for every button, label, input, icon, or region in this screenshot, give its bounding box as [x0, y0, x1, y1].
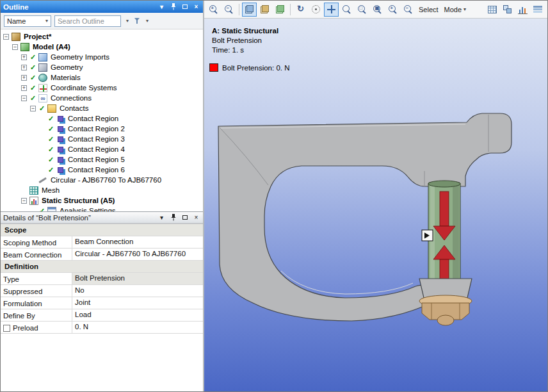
tree-expander[interactable]: − [30, 106, 36, 111]
tree-item-contact-region-6[interactable]: ✓ Contact Region 6 [1, 165, 203, 175]
look-at-face-button[interactable] [257, 3, 272, 17]
close-icon[interactable]: × [192, 213, 200, 222]
property-label: Suppressed [3, 288, 42, 295]
property-value[interactable]: Joint [72, 297, 203, 309]
property-value[interactable]: 0. N [72, 322, 203, 333]
tree-item-label: Contact Region [67, 115, 120, 122]
left-pane: Outline ▾ × Name ▾ ▾ ▾ − Project* − [1, 1, 204, 391]
coordinate-systems-icon [38, 84, 47, 92]
layers-button[interactable] [531, 3, 545, 17]
tree-item-contact-region-3[interactable]: ✓ Contact Region 3 [1, 134, 203, 144]
zoom-to-fit-button[interactable]: ▣ [370, 3, 385, 17]
name-filter-combo[interactable]: Name ▾ [4, 15, 51, 27]
tree-item-contacts[interactable]: − ✓ Contacts [1, 103, 203, 113]
toolbar-separator [239, 4, 239, 15]
tree-item-contact-region-4[interactable]: ✓ Contact Region 4 [1, 144, 203, 154]
analysis-settings-icon [47, 207, 56, 212]
tree-expander[interactable]: + [21, 75, 27, 81]
property-value[interactable]: Circular - AJB67760 To AJB67760 [72, 249, 203, 260]
close-icon[interactable]: × [192, 3, 200, 11]
zoom-icon [342, 4, 351, 14]
status-check-icon: ✓ [38, 104, 45, 113]
tree-expander[interactable]: − [3, 34, 9, 40]
property-label: Formulation [3, 300, 42, 307]
orbit-button[interactable] [309, 3, 323, 17]
search-dropdown-icon[interactable]: ▾ [124, 18, 131, 24]
show-vertices-button[interactable] [500, 3, 515, 17]
tree-item-label: Geometry [49, 63, 85, 71]
property-value[interactable]: Load [72, 309, 203, 321]
zoom-in-icon: + [209, 4, 218, 14]
tree-item-contact-region[interactable]: ✓ Contact Region [1, 113, 203, 124]
zoom-out-button[interactable]: − [222, 3, 236, 17]
tree-item-project[interactable]: − Project* [1, 31, 203, 42]
chevron-down-icon: ▾ [45, 18, 48, 24]
tree-item-label: Contacts [58, 104, 90, 112]
property-value[interactable]: No [72, 285, 203, 297]
tree-item-label: Contact Region 6 [67, 166, 126, 174]
nut[interactable] [419, 295, 472, 325]
look-at-face-icon [260, 4, 270, 14]
zoom-button[interactable] [339, 3, 354, 17]
contacts-folder-icon [47, 104, 56, 113]
pin-icon[interactable] [169, 213, 177, 222]
tree-item-geometry-imports[interactable]: + ✓ Geometry Imports [1, 52, 203, 62]
panel-menu-icon[interactable]: ▾ [157, 213, 166, 222]
property-checkbox[interactable] [3, 325, 10, 332]
tree-expander[interactable]: − [21, 198, 27, 204]
graphics-viewport[interactable]: A: Static Structural Bolt Pretension Tim… [204, 19, 547, 391]
contact-region-icon [58, 116, 63, 122]
tree-item-model-a4[interactable]: − Model (A4) [1, 42, 203, 52]
tree-expander[interactable]: + [21, 85, 27, 91]
chart-view-button[interactable] [515, 3, 530, 17]
zoom-in-button[interactable]: + [206, 3, 221, 17]
float-icon[interactable] [181, 213, 189, 222]
box-zoom-button[interactable]: □ [355, 3, 369, 17]
static-structural-icon [29, 197, 38, 205]
tree-item-materials[interactable]: + ✓ Materials [1, 72, 203, 83]
filter-icon[interactable] [134, 17, 141, 25]
status-check-icon: ✓ [47, 166, 54, 174]
tree-expander[interactable]: − [21, 95, 27, 101]
mode-button[interactable]: Mode ▾ [442, 3, 469, 17]
tree-expander[interactable]: + [21, 54, 27, 60]
float-icon[interactable] [181, 3, 189, 11]
contact-region-icon [58, 126, 63, 132]
tree-item-connections[interactable]: − ✓ Connections [1, 93, 203, 103]
contact-region-icon [58, 147, 63, 152]
tree-item-label: Contact Region 4 [67, 145, 126, 153]
tree-item-coordinate-systems[interactable]: + ✓ Coordinate Systems [1, 83, 203, 93]
iso-view-button[interactable] [242, 3, 257, 17]
display-model-button[interactable] [273, 3, 287, 17]
filter-dropdown-icon[interactable]: ▾ [144, 18, 150, 24]
magnify-in-button[interactable]: + [385, 3, 400, 17]
tree-expander[interactable]: − [12, 44, 18, 50]
viewports-button[interactable] [485, 3, 499, 17]
tree-item-contact-region-2[interactable]: ✓ Contact Region 2 [1, 124, 203, 134]
tree-item-geometry[interactable]: + ✓ Geometry [1, 62, 203, 72]
property-label: Define By [3, 312, 35, 320]
details-section[interactable]: Scope [1, 224, 203, 236]
right-pane: + − ↻ □ ▣ + − Select [204, 1, 547, 391]
tree-item-contact-region-5[interactable]: ✓ Contact Region 5 [1, 154, 203, 165]
tree-item-mesh[interactable]: Mesh [1, 185, 203, 195]
panel-menu-icon[interactable]: ▾ [157, 3, 166, 11]
pan-button[interactable] [324, 3, 339, 17]
tree-item-static-structural-a5[interactable]: − Static Structural (A5) [1, 195, 203, 206]
search-input[interactable] [54, 15, 121, 27]
pin-icon[interactable] [169, 3, 177, 11]
tree-expander[interactable]: + [21, 65, 27, 70]
magnify-out-icon: − [403, 4, 413, 14]
rotate-button[interactable]: ↻ [293, 3, 308, 17]
select-button[interactable]: Select [416, 3, 441, 17]
tree-item-analysis-settings[interactable]: ✓ Analysis Settings [1, 206, 203, 211]
details-section[interactable]: Definition [1, 261, 203, 273]
details-title: Details of “Bolt Pretension” [3, 214, 154, 222]
geometry-imports-icon [38, 53, 47, 61]
magnify-out-button[interactable]: − [401, 3, 415, 17]
property-value[interactable]: Bolt Pretension [72, 273, 203, 284]
pretension-marker [422, 230, 433, 241]
3d-geometry[interactable] [204, 19, 547, 391]
property-value[interactable]: Beam Connection [72, 236, 203, 248]
tree-item-circular-ajb67760-to-ajb67760[interactable]: Circular - AJB67760 To AJB67760 [1, 175, 203, 185]
